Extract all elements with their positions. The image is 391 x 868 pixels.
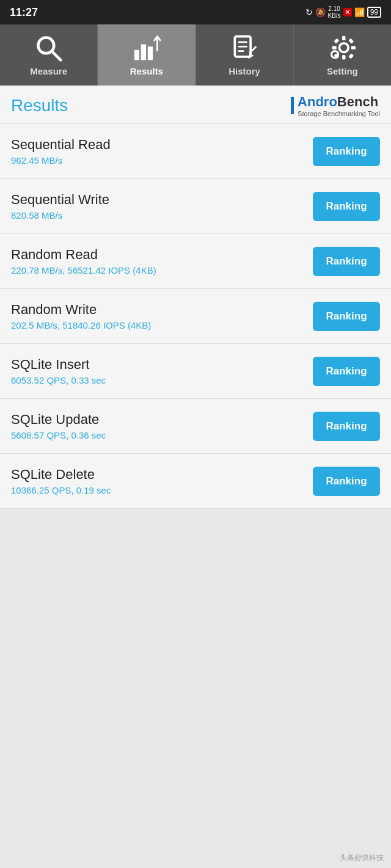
benchmark-value: 202.5 MB/s, 51840.26 IOPS (4KB)	[11, 320, 313, 330]
benchmark-row-sequential-read: Sequential Read 962.45 MB/s Ranking	[0, 124, 391, 179]
benchmark-value: 820.58 MB/s	[11, 210, 313, 221]
data-speed: 2.10KB/s	[328, 5, 341, 19]
benchmark-row-random-read: Random Read 220.78 MB/s, 56521.42 IOPS (…	[0, 234, 391, 289]
measure-icon	[35, 34, 63, 62]
benchmark-value: 6053.52 QPS, 0.33 sec	[11, 375, 313, 385]
benchmark-name: SQLite Insert	[11, 357, 313, 373]
svg-rect-17	[351, 46, 356, 49]
battery-indicator: 99	[367, 7, 381, 18]
benchmark-row-sqlite-update: SQLite Update 5608.57 QPS, 0.36 sec Rank…	[0, 399, 391, 454]
benchmark-info: Sequential Read 962.45 MB/s	[11, 137, 313, 166]
ranking-button-sequential-write[interactable]: Ranking	[313, 192, 380, 221]
brand-name: AndroBench	[298, 94, 380, 110]
ranking-button-sqlite-delete[interactable]: Ranking	[313, 467, 380, 496]
wifi-icon: 📶	[354, 7, 365, 17]
tab-results-label: Results	[130, 66, 163, 76]
watermark: 头条@快科技	[340, 853, 384, 863]
setting-icon	[328, 34, 356, 62]
ranking-button-sequential-read[interactable]: Ranking	[313, 137, 380, 166]
benchmark-value: 962.45 MB/s	[11, 155, 313, 166]
sound-icon: 🔕	[315, 7, 326, 17]
tab-setting-label: Setting	[327, 66, 358, 76]
benchmark-info: Random Write 202.5 MB/s, 51840.26 IOPS (…	[11, 302, 313, 330]
battery-level: 99	[370, 8, 378, 16]
svg-rect-15	[342, 55, 346, 59]
benchmark-info: SQLite Insert 6053.52 QPS, 0.33 sec	[11, 357, 313, 385]
tab-history-label: History	[228, 66, 260, 76]
tab-measure-label: Measure	[30, 66, 67, 76]
benchmark-row-random-write: Random Write 202.5 MB/s, 51840.26 IOPS (…	[0, 289, 391, 344]
benchmark-info: SQLite Delete 10366.25 QPS, 0.19 sec	[11, 467, 313, 495]
brand-bar-icon	[291, 97, 294, 114]
rotate-icon: ↻	[305, 7, 313, 17]
benchmark-info: Random Read 220.78 MB/s, 56521.42 IOPS (…	[11, 247, 313, 275]
benchmark-name: SQLite Update	[11, 412, 313, 428]
results-icon	[133, 34, 161, 62]
svg-point-12	[340, 43, 349, 52]
ranking-button-random-read[interactable]: Ranking	[313, 247, 380, 276]
benchmark-name: Sequential Write	[11, 192, 313, 208]
benchmark-row-sqlite-insert: SQLite Insert 6053.52 QPS, 0.33 sec Rank…	[0, 344, 391, 399]
tab-bar: Measure Results	[0, 24, 391, 86]
ranking-button-sqlite-update[interactable]: Ranking	[313, 412, 380, 441]
status-icons: ↻ 🔕 2.10KB/s ✕ 📶 99	[305, 5, 381, 19]
tab-setting[interactable]: Setting	[294, 24, 391, 86]
benchmark-info: SQLite Update 5608.57 QPS, 0.36 sec	[11, 412, 313, 440]
ranking-button-random-write[interactable]: Ranking	[313, 302, 380, 331]
svg-line-1	[51, 51, 60, 60]
svg-rect-19	[349, 38, 354, 43]
benchmark-row-sqlite-delete: SQLite Delete 10366.25 QPS, 0.19 sec Ran…	[0, 454, 391, 509]
tab-history[interactable]: History	[196, 24, 294, 86]
brand-logo: AndroBench Storage Benchmarking Tool	[291, 94, 380, 117]
svg-rect-16	[332, 46, 337, 49]
benchmark-value: 5608.57 QPS, 0.36 sec	[11, 430, 313, 440]
ranking-button-sqlite-insert[interactable]: Ranking	[313, 357, 380, 386]
brand-sub: Storage Benchmarking Tool	[298, 110, 380, 117]
svg-rect-2	[134, 49, 139, 60]
page-title: Results	[11, 96, 68, 115]
tab-measure[interactable]: Measure	[0, 24, 98, 86]
benchmark-info: Sequential Write 820.58 MB/s	[11, 192, 313, 221]
benchmark-name: Sequential Read	[11, 137, 313, 153]
benchmark-row-sequential-write: Sequential Write 820.58 MB/s Ranking	[0, 179, 391, 234]
bottom-space	[0, 509, 391, 680]
svg-rect-21	[349, 53, 354, 59]
results-header: Results AndroBench Storage Benchmarking …	[0, 86, 391, 124]
history-icon	[230, 34, 258, 62]
benchmark-name: Random Read	[11, 247, 313, 263]
svg-rect-3	[141, 44, 146, 60]
svg-rect-18	[334, 38, 340, 43]
svg-rect-4	[148, 46, 153, 60]
benchmark-name: SQLite Delete	[11, 467, 313, 483]
benchmark-value: 220.78 MB/s, 56521.42 IOPS (4KB)	[11, 265, 313, 275]
benchmark-value: 10366.25 QPS, 0.19 sec	[11, 485, 313, 495]
x-icon: ✕	[343, 8, 352, 16]
svg-rect-14	[342, 35, 346, 40]
benchmark-name: Random Write	[11, 302, 313, 318]
status-bar: 11:27 ↻ 🔕 2.10KB/s ✕ 📶 99	[0, 0, 391, 24]
status-time: 11:27	[10, 6, 38, 19]
benchmark-list: Sequential Read 962.45 MB/s Ranking Sequ…	[0, 124, 391, 509]
tab-results[interactable]: Results	[98, 24, 196, 86]
